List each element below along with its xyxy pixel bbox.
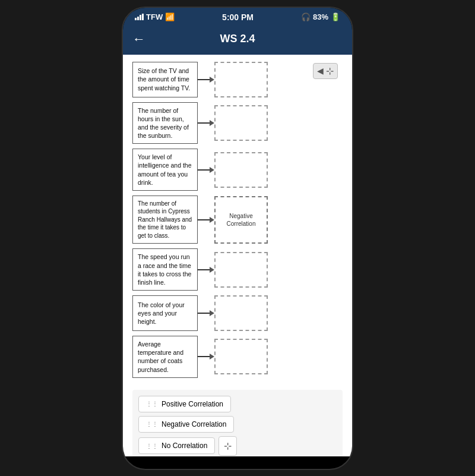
wifi-icon: 📶	[165, 12, 175, 21]
table-row: Average temperature and number of coats …	[132, 336, 343, 378]
answer-box-5[interactable]	[214, 252, 268, 288]
scenario-text-4: The number of students in Cypress Ranch …	[132, 196, 198, 244]
no-correlation-label: No Correlation	[162, 442, 207, 450]
scenario-text-6: The color of your eyes and your height.	[132, 295, 198, 331]
answer-box-7[interactable]	[214, 339, 268, 374]
grid-icon-neg: ⋮⋮	[146, 421, 158, 427]
connector-7	[198, 354, 214, 360]
answer-box-2[interactable]	[214, 105, 268, 141]
connector-1	[198, 77, 214, 83]
carrier-label: TFW	[146, 12, 163, 21]
table-row: The number of hours in the sun, and the …	[132, 102, 343, 144]
status-left: TFW 📶	[135, 12, 175, 21]
connector-2	[198, 120, 214, 126]
status-bar: TFW 📶 5:00 PM 🎧 83% 🔋	[123, 8, 352, 26]
battery-level: 83%	[313, 12, 328, 21]
battery-icon: 🔋	[331, 12, 340, 21]
answer-choices: ⋮⋮ Positive Correlation ⋮⋮ Negative Corr…	[132, 390, 343, 456]
negative-correlation-label: Negative Correlation	[162, 420, 226, 428]
scenario-text-3: Your level of intelligence and the amoun…	[132, 149, 198, 191]
positive-correlation-label: Positive Correlation	[162, 400, 223, 408]
scenario-text-1: Size of the TV and the amount of time sp…	[132, 62, 198, 97]
negative-correlation-btn[interactable]: ⋮⋮ Negative Correlation	[138, 416, 234, 433]
grid-icon-no: ⋮⋮	[146, 443, 158, 449]
answer-box-3[interactable]	[214, 152, 268, 188]
connector-4	[198, 217, 214, 223]
status-time: 5:00 PM	[222, 12, 254, 22]
table-row: The speed you run a race and the time it…	[132, 248, 343, 291]
page-title: WS 2.4	[155, 33, 320, 45]
table-row: Your level of intelligence and the amoun…	[132, 149, 343, 191]
connector-5	[198, 267, 214, 273]
table-row: Size of the TV and the amount of time sp…	[132, 62, 343, 97]
connector-6	[198, 310, 214, 316]
answer-box-1[interactable]	[214, 62, 268, 97]
content-area: ◀ ⊹ Size of the TV and the amount of tim…	[123, 55, 352, 456]
table-row: The number of students in Cypress Ranch …	[132, 196, 343, 244]
answer-box-6[interactable]	[214, 295, 268, 331]
grid-icon-pos: ⋮⋮	[146, 401, 158, 407]
scenario-text-2: The number of hours in the sun, and the …	[132, 102, 198, 144]
worksheet: Size of the TV and the amount of time sp…	[132, 62, 343, 383]
positive-correlation-btn[interactable]: ⋮⋮ Positive Correlation	[138, 396, 231, 412]
connector-3	[198, 167, 214, 173]
move-handle-btn[interactable]: ⊹	[218, 436, 237, 456]
phone-frame: TFW 📶 5:00 PM 🎧 83% 🔋 ← WS 2.4 ◀ ⊹ Size …	[122, 7, 353, 470]
signal-icon	[135, 14, 144, 20]
move-icon[interactable]: ⊹	[326, 65, 334, 77]
no-correlation-btn[interactable]: ⋮⋮ No Correlation	[138, 437, 215, 454]
scenario-text-7: Average temperature and number of coats …	[132, 336, 198, 378]
scenario-text-5: The speed you run a race and the time it…	[132, 248, 198, 291]
back-icon[interactable]: ◀	[317, 66, 324, 75]
drag-toolbar[interactable]: ◀ ⊹	[313, 63, 338, 79]
status-right: 🎧 83% 🔋	[301, 12, 340, 21]
nav-bar: ← WS 2.4	[123, 26, 352, 55]
answer-box-4[interactable]: Negative Correlation	[214, 196, 268, 244]
move-icon-small: ⊹	[224, 441, 232, 451]
headphone-icon: 🎧	[301, 12, 311, 21]
table-row: The color of your eyes and your height.	[132, 295, 343, 331]
back-button[interactable]: ←	[132, 31, 145, 47]
